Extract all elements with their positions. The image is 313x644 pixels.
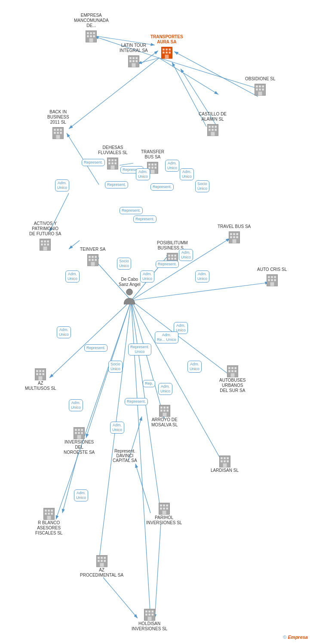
person-icon-de-cabo-sanz (122, 288, 137, 305)
badge-adm-unico-3[interactable]: Adm.Unico (165, 160, 179, 172)
svg-rect-143 (40, 370, 41, 372)
node-obsidione[interactable]: OBSIDIONE SL (245, 76, 276, 96)
svg-rect-158 (160, 407, 162, 408)
svg-rect-178 (224, 460, 225, 462)
badge-represent-unico[interactable]: Represent.Unico (128, 343, 151, 355)
badge-socio-unico-3[interactable]: SocioÚnico (108, 361, 123, 373)
badge-adm-re-unico[interactable]: Adm.Re... Unico (155, 331, 178, 343)
svg-rect-179 (227, 460, 228, 462)
svg-rect-115 (91, 262, 95, 266)
badge-represent-9[interactable]: Represent. (125, 398, 148, 405)
building-icon-auto-cris (265, 273, 279, 287)
badge-adm-unico-9[interactable]: Adm.Unico (57, 326, 71, 338)
svg-rect-187 (166, 507, 168, 509)
node-activos-patrimonio[interactable]: ACTIVOS Y PATRIMONIO DE FUTURO SA (29, 221, 61, 251)
svg-rect-180 (223, 463, 227, 467)
svg-rect-74 (262, 88, 264, 90)
svg-rect-41 (166, 52, 167, 53)
badge-adm-unico-8[interactable]: Adm.Unico (65, 270, 80, 283)
badge-adm-unico-5[interactable]: Adm.Unico (140, 270, 154, 283)
node-back-in-business[interactable]: BACK IN BUSINESS 2011 SL (47, 109, 69, 140)
badge-adm-unico-15[interactable]: Adm.Unico (74, 489, 88, 501)
svg-rect-130 (236, 236, 238, 238)
badge-adm-unico-14[interactable]: Adm.Unico (187, 361, 202, 373)
node-teinver[interactable]: TEINVER SA (80, 247, 105, 267)
badge-represent-4[interactable]: Represent. (150, 183, 174, 191)
badge-represent-8[interactable]: Represent. (84, 344, 107, 352)
node-empresa-mancomunada[interactable]: EMPRESA MANCOMUNADA DE... (74, 13, 109, 43)
badge-rep-1[interactable]: Rep. (143, 380, 155, 387)
svg-rect-113 (92, 259, 93, 261)
svg-rect-121 (171, 258, 173, 259)
badge-adm-unico-7[interactable]: Adm.Unico (195, 270, 209, 283)
svg-rect-109 (89, 256, 90, 258)
svg-rect-144 (43, 370, 44, 372)
svg-rect-168 (81, 429, 83, 431)
building-icon-inversiones (72, 426, 86, 440)
svg-rect-62 (57, 129, 59, 131)
svg-rect-135 (274, 276, 276, 278)
label-dehesas-fluviales: DEHESAS FLUVIALES SL (98, 145, 128, 155)
label-transportes-aura: TRANSPORTES AURA SA (150, 34, 183, 45)
badge-adm-unico-6[interactable]: Adm.Unico (179, 249, 193, 261)
node-castillo-alamin[interactable]: CASTILLO DE ALAMIN SL (199, 112, 227, 137)
building-icon-castillo (206, 123, 220, 137)
svg-rect-198 (98, 557, 99, 559)
label-activos-patrimonio: ACTIVOS Y PATRIMONIO DE FUTURO SA (29, 221, 61, 237)
svg-rect-211 (151, 614, 153, 615)
svg-rect-206 (145, 611, 147, 612)
node-r-blanco[interactable]: R BLANCO ASESORES FISCALES SL (35, 507, 62, 537)
node-autobuses-urbanos[interactable]: AUTOBUSES URBANOS DEL SUR SA (219, 364, 246, 394)
badge-socio-unico-2[interactable]: SocioÚnico (117, 258, 131, 270)
svg-rect-89 (112, 162, 114, 164)
badge-represent-2[interactable]: Represent. (105, 181, 128, 188)
badge-represent-6[interactable]: Represent. (133, 216, 156, 223)
arrows-svg (0, 0, 313, 644)
svg-rect-171 (81, 432, 83, 434)
svg-rect-64 (54, 132, 56, 134)
badge-adm-unico-4[interactable]: Adm.Unico (180, 168, 194, 180)
badge-socio-unico-1[interactable]: SocioÚnico (195, 180, 209, 192)
svg-rect-55 (135, 57, 137, 59)
svg-rect-70 (259, 85, 261, 87)
svg-rect-199 (101, 557, 102, 559)
svg-rect-104 (41, 243, 43, 245)
node-latin-tour[interactable]: LATIN TOUR INTEGRAL SA (120, 43, 148, 68)
badge-adm-unico-2[interactable]: Adm.Unico (136, 168, 150, 180)
svg-rect-47 (93, 32, 95, 34)
building-icon-latin-tour (127, 54, 141, 68)
node-az-multiusos[interactable]: AZ MULTIUSOS SL (25, 367, 56, 392)
node-auto-cris[interactable]: AUTO CRIS SL (257, 267, 287, 287)
node-transportes-aura[interactable]: TRANSPORTES AURA SA (150, 34, 183, 59)
badge-represent-1[interactable]: Represent. (82, 159, 105, 166)
badge-adm-unico-11[interactable]: Adm.Unico (69, 399, 83, 411)
node-lardisan[interactable]: LARDISAN SL (211, 454, 239, 474)
label-obsidione: OBSIDIONE SL (245, 76, 276, 82)
building-icon-teinver (86, 253, 100, 267)
svg-rect-201 (98, 560, 99, 562)
node-arroyo-mosalva[interactable]: ARROYO DE MOSALVA SL (151, 404, 178, 428)
badge-adm-unico-12[interactable]: Adm.Unico (110, 422, 124, 434)
svg-rect-86 (112, 159, 114, 161)
badge-represent-7[interactable]: Represent. (156, 261, 179, 268)
svg-rect-204 (100, 563, 104, 567)
svg-rect-166 (75, 429, 77, 431)
building-icon-parihol (157, 501, 171, 515)
svg-rect-48 (87, 35, 89, 37)
svg-rect-79 (215, 126, 216, 128)
node-holdisan[interactable]: HOLDISAN INVERSIONES SL (132, 608, 167, 632)
node-inversiones-noroeste[interactable]: INVERSIONES DEL NOROESTE SA (64, 426, 95, 456)
badge-represent-5[interactable]: Represent. (120, 207, 143, 214)
badge-adm-unico-1[interactable]: Adm.Unico (55, 179, 69, 191)
svg-rect-80 (209, 129, 210, 131)
node-parihol-inversiones[interactable]: PARIHOL INVERSIONES SL (146, 501, 182, 526)
label-davinci-capital: Represent.DAVINCICAPITAL SA (113, 449, 137, 463)
svg-rect-183 (163, 504, 165, 506)
badge-adm-unico-13[interactable]: Adm.Unico (158, 383, 172, 395)
svg-rect-138 (274, 279, 276, 281)
node-de-cabo-sanz[interactable]: De Cabo Sanz Angel (119, 277, 141, 305)
svg-rect-136 (268, 279, 270, 281)
node-az-procedimental[interactable]: AZ PROCEDIMENTAL SA (80, 554, 123, 579)
node-travel-bus[interactable]: TRAVEL BUS SA (218, 224, 251, 244)
svg-rect-77 (209, 126, 210, 128)
